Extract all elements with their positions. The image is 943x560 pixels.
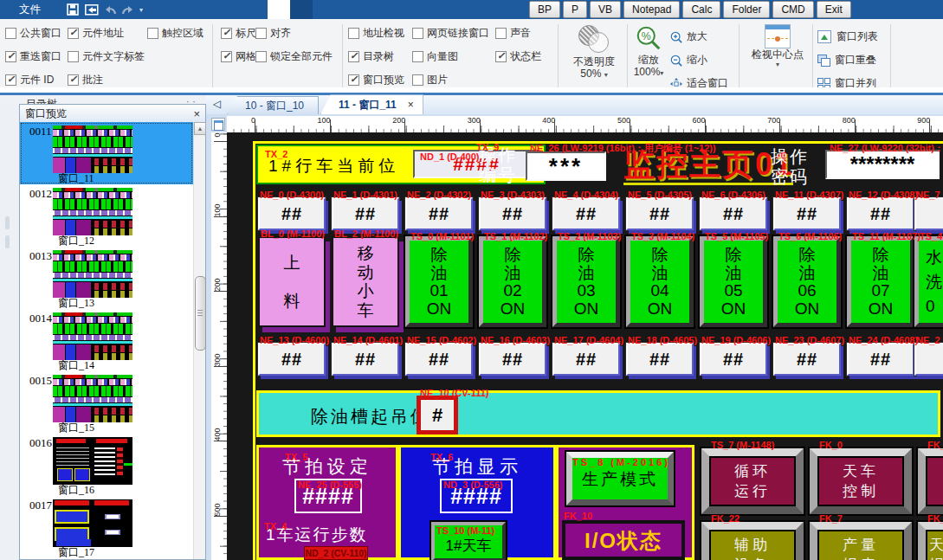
document-tab[interactable]: 10 - 窗口_10 [227, 96, 319, 114]
launcher-button[interactable]: Exit [817, 1, 851, 18]
panel-header[interactable]: 窗口预览 × [20, 105, 205, 123]
toggle-switch-element[interactable]: TS_1 (M-1102)除油02ON [479, 236, 546, 327]
toggle-switch-element[interactable]: TS_11 (M-1107)除油07ON [847, 236, 914, 327]
ribbon-toggle[interactable]: 元件 ID [5, 74, 68, 86]
numeric-element[interactable]: NE_24 (D-4608)## [847, 343, 914, 376]
numeric-element[interactable]: NE_16 (D-4603)## [479, 343, 546, 376]
scrollbar-thumb[interactable] [195, 276, 206, 351]
save-icon[interactable] [67, 3, 79, 16]
ribbon-toggle[interactable]: 元件地址 [68, 27, 147, 39]
operator-number-field[interactable]: *** [526, 151, 606, 181]
menu-tab[interactable] [268, 0, 290, 19]
toggle-switch-element[interactable]: TS_6 (M-1106)除油06ON [773, 236, 841, 327]
window-thumbnail[interactable] [53, 312, 132, 360]
function-key-button[interactable]: FK_8 [918, 448, 943, 514]
checkbox-icon[interactable] [412, 28, 423, 39]
undo-icon[interactable] [105, 5, 116, 15]
menu-tab[interactable] [245, 0, 268, 19]
launcher-button[interactable]: VB [590, 1, 621, 18]
dock-buttons-icon[interactable]: · · [186, 95, 196, 104]
checkbox-icon[interactable] [495, 28, 507, 39]
ribbon-toggle[interactable]: 批注 [68, 74, 147, 86]
operator-password-field[interactable]: ******** [825, 150, 940, 179]
numeric-element[interactable]: NE_0 (D-4300)## [258, 197, 326, 230]
window-thumbnail[interactable] [53, 126, 132, 173]
io-status-button[interactable]: I/O状态 [562, 520, 685, 560]
ribbon-toggle[interactable]: 标尺 [221, 27, 255, 39]
menu-tab[interactable] [313, 0, 335, 19]
export-icon[interactable] [85, 4, 99, 16]
toggle-switch-element[interactable]: TS_2 (M-1103)除油03ON [552, 236, 620, 327]
window-preview-item[interactable]: 0013窗口_13 [20, 247, 193, 309]
checkbox-icon[interactable] [221, 51, 232, 62]
numeric-element[interactable]: NE_7## [914, 197, 943, 230]
ribbon-toggle[interactable]: 网页链接窗口 [412, 27, 495, 39]
checkbox-icon[interactable] [68, 51, 79, 62]
chevron-down-icon[interactable]: ▾ [743, 61, 812, 68]
beat-setting-field[interactable]: NE_25 (D-555) #### [294, 479, 362, 513]
launcher-button[interactable]: Calc [682, 1, 720, 18]
chevron-down-icon[interactable]: ▾ [604, 71, 608, 79]
crane-position-field[interactable]: ND_1 (D-400) #### [413, 150, 540, 178]
window-thumbnail[interactable] [53, 375, 132, 422]
toggle-switch-element[interactable]: TS_4水洗0 [914, 236, 943, 327]
window-thumbnail[interactable] [53, 499, 132, 547]
toggle-switch-element[interactable]: TS_5 (M-1105)除油05ON [700, 236, 767, 327]
ribbon-toggle[interactable]: 目录树 [348, 50, 412, 62]
ribbon-toggle[interactable]: 图片 [412, 74, 495, 86]
hoist-position-field[interactable]: # [417, 396, 458, 434]
window-preview-item[interactable]: 0015窗口_15 [20, 371, 193, 434]
launcher-button[interactable]: P [563, 1, 587, 18]
checkbox-icon[interactable] [495, 51, 507, 62]
view-center-button[interactable]: 检视中心点 ▾ [743, 23, 812, 68]
checkbox-icon[interactable] [68, 28, 79, 39]
window-preview-item[interactable]: 0017窗口_17 [20, 496, 193, 558]
zoom-in-button[interactable]: 放大 [670, 25, 728, 48]
menu-tab[interactable] [155, 0, 178, 19]
numeric-element[interactable]: NE_23 (D-4607)## [773, 343, 841, 376]
scroll-up-icon[interactable]: ▲ [194, 122, 206, 135]
ribbon-toggle[interactable]: 声音 [495, 27, 552, 39]
close-icon[interactable] [408, 95, 414, 114]
ribbon-toggle[interactable]: 网格 [221, 50, 255, 62]
function-key-button[interactable]: FK_1天报 [918, 522, 943, 560]
step-count-field[interactable]: ND_2 (CV-110) [304, 546, 368, 560]
zoom-out-button[interactable]: 缩小 [670, 48, 728, 72]
ribbon-toggle[interactable]: 地址检视 [348, 27, 412, 39]
numeric-element[interactable]: NE_15 (D-4602)## [405, 343, 473, 376]
numeric-element[interactable]: NE_5 (D-4305)## [626, 197, 694, 230]
numeric-element[interactable]: NE_18 (D-4605)## [626, 343, 694, 376]
ribbon-toggle[interactable]: 状态栏 [495, 50, 552, 62]
crane1-button[interactable]: TS_10 (M-11) 1#天车 [431, 522, 506, 560]
numeric-element[interactable]: NE_14 (D-4601)## [332, 343, 399, 376]
launcher-button[interactable]: Notepad [623, 1, 680, 18]
numeric-element[interactable]: NE_3 (D-4303)## [479, 197, 546, 230]
qat-caret-icon[interactable]: ▾ [139, 6, 143, 14]
window-arrange-button[interactable]: 窗口重叠 [817, 48, 878, 72]
window-thumbnail[interactable] [53, 250, 132, 298]
numeric-element[interactable]: NE_2 (D-4302)## [405, 197, 473, 230]
numeric-element[interactable]: NE_4 (D-4304)## [552, 197, 620, 230]
zoom-control[interactable]: % 缩放 100%▾ [630, 23, 668, 80]
checkbox-icon[interactable] [412, 51, 423, 62]
chevron-down-icon[interactable]: ▾ [660, 69, 663, 77]
numeric-element[interactable]: NE_2## [914, 343, 943, 376]
checkbox-icon[interactable] [348, 74, 359, 86]
function-key-button[interactable]: FK_22辅助设备 [701, 522, 804, 560]
window-thumbnail[interactable] [53, 437, 132, 485]
menu-tab[interactable] [290, 0, 313, 19]
toggle-switch-element[interactable]: TS_0 (M-1101)除油01ON [405, 236, 473, 327]
ribbon-toggle[interactable]: 窗口预览 [348, 74, 412, 86]
menu-tab[interactable] [200, 0, 223, 19]
checkbox-icon[interactable] [5, 51, 16, 62]
toggle-switch-element[interactable]: TS_3 (M-1104)除油04ON [626, 236, 694, 327]
numeric-element[interactable]: NE_11 (D-4307)## [773, 197, 841, 230]
numeric-element[interactable]: NE_6 (D-4306)## [700, 197, 767, 230]
ribbon-toggle[interactable]: 锁定全部元件 [255, 50, 352, 62]
toggle-switch-element[interactable]: BL_0 (M-1100)上料 [258, 236, 326, 327]
ribbon-toggle[interactable]: 元件文字标签 [68, 50, 147, 62]
ribbon-toggle[interactable]: 重迭窗口 [5, 50, 68, 62]
menu-file[interactable]: 文件 [0, 0, 60, 19]
ribbon-toggle[interactable]: 公共窗口 [5, 27, 68, 39]
function-key-button[interactable]: FK_7产量报表 [810, 522, 912, 560]
